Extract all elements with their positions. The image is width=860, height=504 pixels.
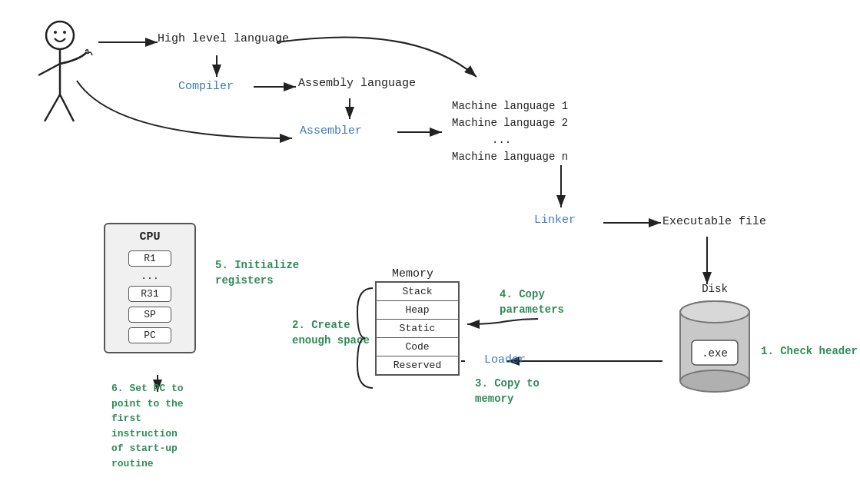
step3-label: 3. Copy to memory <box>475 376 540 406</box>
loader-label: Loader <box>484 353 526 366</box>
mem-static: Static <box>377 320 458 338</box>
svg-line-17 <box>38 64 60 75</box>
svg-text:.exe: .exe <box>702 347 728 360</box>
step3-2: memory <box>475 393 513 405</box>
step1-1: 1. Check header <box>761 345 858 357</box>
step6-2: point to the <box>111 398 184 410</box>
machine-lang-2: Machine language 2 <box>452 117 568 129</box>
mem-code: Code <box>377 338 458 356</box>
machine-lang-n: Machine language n <box>452 151 568 163</box>
svg-point-13 <box>46 22 74 49</box>
step6-4: instruction <box>111 428 178 439</box>
executable-label: Executable file <box>662 215 766 228</box>
mem-reserved: Reserved <box>377 356 458 374</box>
step5-line2: registers <box>215 274 274 287</box>
compiler-label: Compiler <box>178 80 234 93</box>
step5-label: 5. Initialize registers <box>215 258 299 288</box>
reg-r31: R31 <box>128 286 171 302</box>
step4-1: 4. Copy <box>500 288 545 300</box>
memory-title-label: Memory <box>392 267 433 280</box>
linker-label: Linker <box>534 214 576 227</box>
mem-heap: Heap <box>377 301 458 320</box>
memory-brace <box>354 284 377 392</box>
reg-sp: SP <box>128 307 171 323</box>
diagram: High level language Compiler Assembly la… <box>0 0 860 504</box>
memory-box: Stack Heap Static Code Reserved <box>375 281 460 376</box>
cpu-title: CPU <box>111 230 188 244</box>
stick-figure <box>22 14 98 137</box>
machine-lang-1: Machine language 1 <box>452 100 568 112</box>
step3-1: 3. Copy to <box>475 377 540 390</box>
step4-2: parameters <box>500 303 564 316</box>
assembler-label: Assembler <box>300 124 362 138</box>
reg-r1: R1 <box>128 250 171 267</box>
reg-dots: ... <box>111 270 188 282</box>
disk-shape-svg: .exe <box>672 298 757 398</box>
svg-line-19 <box>60 94 74 121</box>
svg-point-25 <box>680 301 749 323</box>
disk-container: Disk .exe <box>669 283 761 402</box>
step1-label: 1. Check header <box>761 344 858 360</box>
step6-label: 6. Set PC to point to the first instruct… <box>111 381 184 471</box>
step6-6: routine <box>111 458 154 469</box>
step6-1: 6. Set PC to <box>111 383 184 394</box>
mem-stack: Stack <box>377 283 458 301</box>
step5-line1: 5. Initialize <box>215 259 299 271</box>
disk-title: Disk <box>669 283 761 295</box>
step2-1: 2. Create <box>292 319 350 331</box>
reg-pc: PC <box>128 327 171 343</box>
svg-point-15 <box>63 31 66 34</box>
svg-point-14 <box>54 31 57 34</box>
step4-label: 4. Copy parameters <box>500 287 564 317</box>
svg-line-18 <box>45 94 60 121</box>
high-level-label: High level language <box>158 32 289 45</box>
cpu-box: CPU R1 ... R31 SP PC <box>104 223 196 353</box>
machine-lang-dots: ... <box>492 134 511 146</box>
assembly-label: Assembly language <box>298 77 416 90</box>
step6-5: of start-up <box>111 443 178 454</box>
svg-point-24 <box>680 370 749 392</box>
step6-3: first <box>111 413 141 424</box>
